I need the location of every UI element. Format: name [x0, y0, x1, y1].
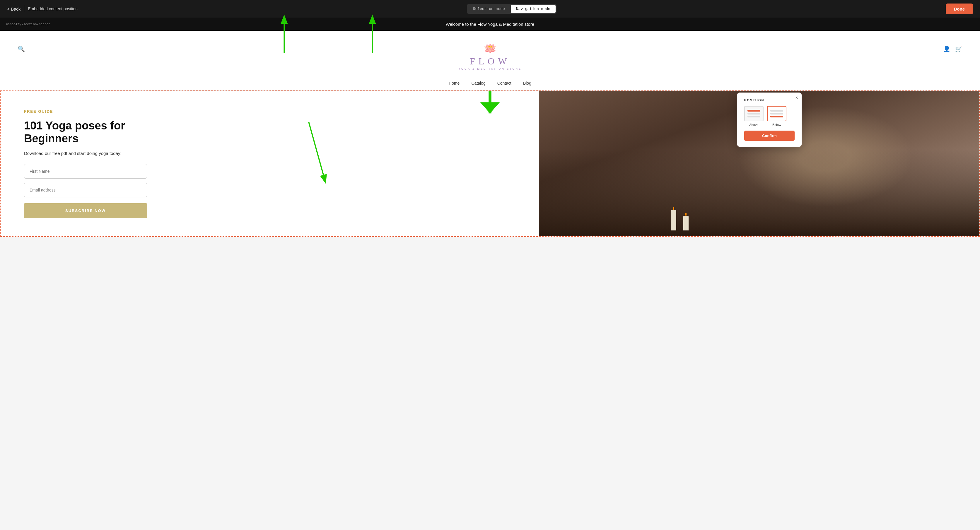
first-name-input[interactable]	[24, 164, 147, 178]
section-label: #shopify-section-header	[6, 22, 50, 26]
nav-link-contact[interactable]: Contact	[497, 81, 511, 86]
navigation-mode-button[interactable]: Navigation mode	[511, 5, 555, 13]
selection-mode-button[interactable]: Selection mode	[468, 5, 510, 13]
logo-lotus-icon: 🪷	[484, 43, 497, 55]
nav-link-home[interactable]: Home	[449, 81, 460, 86]
site-nav: Home Catalog Contact Blog	[18, 76, 963, 91]
logo-text: FLOW	[470, 56, 511, 67]
free-guide-label: FREE GUIDE	[24, 109, 515, 114]
site-wrapper: 🔍 👤 🛒 🪷 FLOW YOGA & MEDITATION STORE Hom…	[0, 31, 980, 237]
mode-switcher: Selection mode Navigation mode	[467, 4, 557, 14]
logo-area: 🪷 FLOW YOGA & MEDITATION STORE	[458, 40, 522, 76]
top-bar-left: < Back Embedded content position	[7, 5, 78, 12]
above-bar-highlight	[748, 110, 760, 111]
below-bar-highlight	[770, 116, 783, 118]
image-panel: × POSITION Above	[539, 91, 979, 236]
above-label: Above	[749, 123, 758, 126]
header-icons-right: 👤 🛒	[943, 45, 963, 53]
below-bar-2	[770, 113, 783, 115]
account-icon-button[interactable]: 👤	[943, 45, 950, 53]
nav-link-blog[interactable]: Blog	[523, 81, 531, 86]
below-label: Below	[772, 123, 781, 126]
popup-title: POSITION	[744, 99, 795, 102]
position-above-option[interactable]: Above	[744, 106, 764, 126]
search-icon-button[interactable]: 🔍	[18, 45, 25, 53]
position-popup: × POSITION Above	[737, 92, 802, 147]
confirm-button[interactable]: Confirm	[744, 131, 795, 141]
announcement-bar: #shopify-section-header Welcome to the F…	[0, 18, 980, 31]
email-input[interactable]	[24, 183, 147, 197]
hero-subtext: Download our free pdf and start doing yo…	[24, 151, 515, 156]
above-bar-1	[748, 113, 760, 115]
site-header: 🔍 👤 🛒 🪷 FLOW YOGA & MEDITATION STORE Hom…	[0, 31, 980, 91]
form-panel: FREE GUIDE 101 Yoga poses for Beginners …	[1, 91, 539, 236]
above-bar-2	[748, 116, 760, 118]
done-button[interactable]: Done	[946, 3, 973, 14]
top-bar: < Back Embedded content position Selecti…	[0, 0, 980, 18]
position-above-icon	[744, 106, 764, 121]
position-below-icon	[767, 106, 786, 121]
position-options: Above Below	[744, 106, 795, 126]
hero-heading: 101 Yoga poses for Beginners	[24, 119, 515, 145]
content-area: FREE GUIDE 101 Yoga poses for Beginners …	[0, 91, 980, 237]
announcement-text: Welcome to the Flow Yoga & Meditation st…	[446, 22, 534, 27]
below-bar-1	[770, 110, 783, 111]
nav-link-catalog[interactable]: Catalog	[471, 81, 485, 86]
page-title: Embedded content position	[28, 6, 78, 11]
subscribe-button[interactable]: SUBSCRIBE NOW	[24, 203, 147, 218]
cart-icon-button[interactable]: 🛒	[955, 45, 963, 53]
back-button[interactable]: < Back	[7, 6, 21, 11]
divider	[24, 5, 24, 12]
logo-subtitle: YOGA & MEDITATION STORE	[458, 67, 522, 70]
position-below-option[interactable]: Below	[767, 106, 786, 126]
popup-close-button[interactable]: ×	[795, 95, 798, 100]
